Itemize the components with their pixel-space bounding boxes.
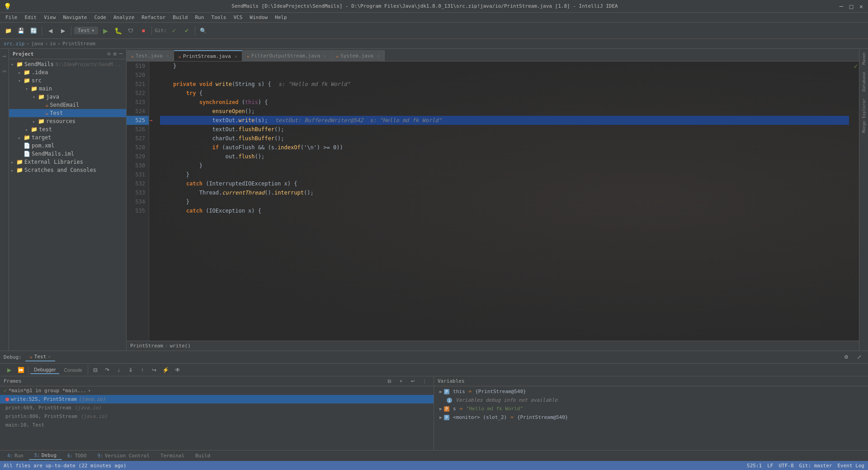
- menu-window[interactable]: Window: [246, 14, 271, 21]
- bottom-tab-vcs[interactable]: 9: Version Control: [92, 452, 155, 460]
- menu-tools[interactable]: Tools: [208, 14, 230, 21]
- menu-build[interactable]: Build: [169, 14, 191, 21]
- sidebar-gear-icon[interactable]: ⚙: [113, 51, 117, 57]
- menu-file[interactable]: File: [2, 14, 21, 21]
- close-button[interactable]: ✕: [858, 3, 864, 9]
- stop-btn[interactable]: ■: [138, 25, 149, 36]
- code-editor[interactable]: 519 520 521 522 523 524 525 526 527 528 …: [127, 62, 859, 341]
- left-tab-2[interactable]: 2: [1, 67, 8, 75]
- frame-print-669[interactable]: print:669, PrintStream (java.io): [0, 404, 434, 412]
- debug-step-out-btn[interactable]: ↑: [137, 365, 148, 375]
- tab-close-printstream[interactable]: ✕: [235, 54, 237, 59]
- toolbar-save-btn[interactable]: 💾: [15, 25, 26, 36]
- frames-reload-btn[interactable]: ↩: [407, 376, 418, 387]
- bottom-tab-todo[interactable]: 6: TODO: [62, 452, 92, 460]
- debug-run-cursor-btn[interactable]: ↪: [149, 365, 160, 375]
- run-btn[interactable]: ▶: [100, 25, 111, 36]
- menu-help[interactable]: Help: [271, 14, 291, 21]
- frame-println-806[interactable]: println:806, PrintStream (java.io): [0, 412, 434, 421]
- tab-test-java[interactable]: ☕ Test.java ✕: [127, 50, 174, 61]
- debug-eval-btn[interactable]: ⚡: [160, 365, 171, 375]
- debug-rerun-btn[interactable]: ▶: [4, 365, 14, 375]
- tab-filteroutputstream-java[interactable]: ☕ FilterOutputStream.java ✕: [242, 50, 331, 61]
- tree-item-idea[interactable]: ▸ 📁 .idea: [9, 68, 126, 76]
- toolbar-forward-btn[interactable]: ▶: [57, 25, 68, 36]
- bottom-tab-run[interactable]: 4: Run: [2, 452, 29, 460]
- left-tab-1[interactable]: 1: [1, 52, 8, 60]
- search-btn[interactable]: 🔍: [198, 25, 209, 36]
- menu-code[interactable]: Code: [90, 14, 110, 21]
- tree-item-src[interactable]: ▾ 📁 src: [9, 76, 126, 85]
- debug-watches-btn[interactable]: 👁: [172, 365, 183, 375]
- menu-view[interactable]: View: [40, 14, 60, 21]
- breadcrumb-method[interactable]: write(): [170, 343, 190, 349]
- toolbar-open-btn[interactable]: 📁: [3, 25, 14, 36]
- tab-printstream-java[interactable]: ☕ PrintStream.java ✕: [174, 50, 242, 61]
- breadcrumb-srczip[interactable]: src.zip: [4, 41, 24, 47]
- bottom-tab-terminal[interactable]: Terminal: [155, 452, 190, 460]
- git-check2-btn[interactable]: ✔: [181, 25, 192, 36]
- debug-step-into-btn[interactable]: ↓: [113, 365, 124, 375]
- run-config-selector[interactable]: Test ▾: [74, 27, 98, 34]
- frame-group-selector[interactable]: ✓ *main*@1 in group *main... ▾: [0, 386, 434, 395]
- right-tab-database[interactable]: Database: [862, 72, 866, 91]
- tree-item-iml[interactable]: 📄 SendMails.iml: [9, 150, 126, 158]
- bottom-tab-debug[interactable]: 5: Debug: [29, 451, 62, 460]
- git-check-btn[interactable]: ✓: [169, 25, 179, 36]
- tree-item-pom[interactable]: 📄 pom.xml: [9, 142, 126, 150]
- breadcrumb-java[interactable]: java: [31, 41, 43, 47]
- var-monitor[interactable]: ▶ P <monitor> (slot_2) = {PrintStream@54…: [434, 413, 868, 422]
- sidebar-locate-icon[interactable]: ⊙: [107, 51, 110, 57]
- debug-tab-close[interactable]: ✕: [48, 354, 51, 359]
- menu-navigate[interactable]: Navigate: [60, 14, 91, 21]
- debug-force-into-btn[interactable]: ⇓: [125, 365, 136, 375]
- debug-tab-test[interactable]: ☕ Test ✕: [25, 353, 56, 361]
- debug-settings-btn[interactable]: ⚙: [841, 352, 852, 363]
- frame-dropdown-icon[interactable]: ▾: [88, 388, 91, 393]
- minimize-button[interactable]: ─: [838, 3, 844, 9]
- right-tab-maven[interactable]: Maven: [862, 52, 866, 65]
- tree-item-test-folder[interactable]: ▸ 📁 test: [9, 125, 126, 133]
- debug-btn[interactable]: 🐛: [113, 25, 123, 36]
- frame-main-10[interactable]: main:10, Test: [0, 421, 434, 429]
- var-this[interactable]: ▶ P this = {PrintStream@540}: [434, 387, 868, 396]
- tree-item-scratches[interactable]: ▸ 📁 Scratches and Consoles: [9, 166, 126, 174]
- frames-filter-btn[interactable]: ⊟: [384, 376, 395, 387]
- toolbar-back-btn[interactable]: ◀: [45, 25, 56, 36]
- debug-step-over-btn[interactable]: ↷: [102, 365, 113, 375]
- debug-restore-btn[interactable]: ⊟: [90, 365, 101, 375]
- tab-close-test[interactable]: ✕: [166, 53, 169, 58]
- tree-item-main[interactable]: ▾ 📁 main: [9, 85, 126, 93]
- sidebar-collapse-icon[interactable]: ─: [119, 51, 123, 57]
- frames-add-btn[interactable]: +: [396, 376, 406, 387]
- menu-analyze[interactable]: Analyze: [110, 14, 138, 21]
- tree-item-sendemail[interactable]: ☕ SendEmail: [9, 101, 126, 109]
- right-tab-mongo[interactable]: Mongo Explorer: [862, 99, 866, 133]
- maximize-button[interactable]: □: [848, 3, 854, 9]
- breadcrumb-class[interactable]: PrintStream: [130, 343, 163, 349]
- breadcrumb-printstream[interactable]: PrintStream: [62, 41, 95, 47]
- tab-system-java[interactable]: ☕ System.java ✕: [331, 50, 385, 61]
- tree-item-external-libs[interactable]: ▸ 📁 External Libraries: [9, 158, 126, 166]
- menu-run[interactable]: Run: [191, 14, 208, 21]
- debug-debugger-tab[interactable]: Debugger: [30, 366, 59, 374]
- tree-item-target[interactable]: ▸ 📁 target: [9, 133, 126, 142]
- code-content[interactable]: } private void write(String s) { s: "Hel…: [156, 62, 853, 341]
- tab-close-system[interactable]: ✕: [377, 53, 380, 58]
- debug-resume-btn[interactable]: ⏩: [15, 365, 26, 375]
- toolbar-sync-btn[interactable]: 🔄: [28, 25, 39, 36]
- menu-vcs[interactable]: VCS: [230, 14, 246, 21]
- breadcrumb-io[interactable]: io: [50, 41, 56, 47]
- debug-console-tab[interactable]: Console: [60, 366, 85, 374]
- tree-item-test[interactable]: ☕ Test: [9, 109, 126, 117]
- tab-close-filteroutputstream[interactable]: ✕: [324, 53, 326, 58]
- var-s[interactable]: ▶ P s = "Hello md fk World": [434, 404, 868, 413]
- frames-more-btn[interactable]: ⋮: [419, 376, 430, 387]
- tree-item-java-folder[interactable]: ▾ 📁 java: [9, 93, 126, 101]
- bottom-tab-build[interactable]: Build: [190, 452, 216, 460]
- tree-item-sendmails[interactable]: ▾ 📁 SendMails D:\IdeaProjects\SendM...: [9, 60, 126, 68]
- menu-refactor[interactable]: Refactor: [138, 14, 169, 21]
- coverage-btn[interactable]: 🛡: [125, 25, 136, 36]
- menu-edit[interactable]: Edit: [21, 14, 41, 21]
- frame-write-525[interactable]: write:525, PrintStream (java.io): [0, 395, 434, 404]
